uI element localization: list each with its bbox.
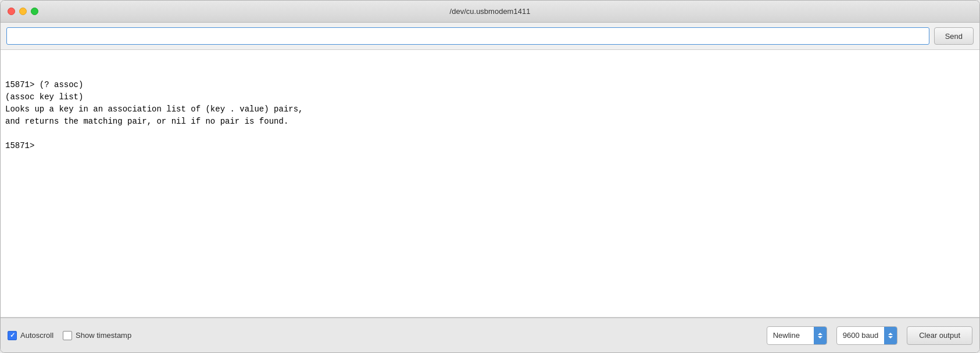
autoscroll-group: Autoscroll	[8, 331, 53, 340]
newline-arrows	[814, 327, 827, 344]
window-title: /dev/cu.usbmodem1411	[450, 7, 531, 16]
show-timestamp-checkbox[interactable]	[63, 331, 72, 340]
chevron-up-icon	[888, 333, 893, 335]
chevron-down-icon	[888, 336, 893, 338]
autoscroll-label: Autoscroll	[20, 331, 53, 340]
command-input[interactable]	[6, 27, 929, 45]
chevron-down-icon	[818, 336, 822, 338]
minimize-button[interactable]	[19, 8, 27, 15]
close-button[interactable]	[8, 8, 15, 15]
clear-output-button[interactable]: Clear output	[907, 326, 972, 345]
baud-arrows	[884, 327, 897, 344]
main-window: /dev/cu.usbmodem1411 Send 15871> (? asso…	[0, 0, 980, 353]
newline-value: Newline	[767, 331, 814, 340]
baud-value: 9600 baud	[837, 331, 884, 340]
output-content: 15871> (? assoc) (assoc key list) Looks …	[5, 78, 975, 153]
traffic-lights	[8, 8, 38, 15]
title-bar: /dev/cu.usbmodem1411	[1, 1, 979, 23]
maximize-button[interactable]	[31, 8, 38, 15]
show-timestamp-group: Show timestamp	[63, 331, 131, 340]
send-button[interactable]: Send	[934, 27, 974, 45]
show-timestamp-label: Show timestamp	[76, 331, 131, 340]
status-bar: Autoscroll Show timestamp Newline 9600 b…	[1, 318, 979, 352]
chevron-up-icon	[818, 333, 822, 335]
autoscroll-checkbox[interactable]	[8, 331, 17, 340]
baud-select[interactable]: 9600 baud	[836, 326, 897, 345]
toolbar: Send	[1, 23, 979, 50]
newline-select[interactable]: Newline	[767, 326, 827, 345]
output-area[interactable]: 15871> (? assoc) (assoc key list) Looks …	[1, 50, 979, 318]
